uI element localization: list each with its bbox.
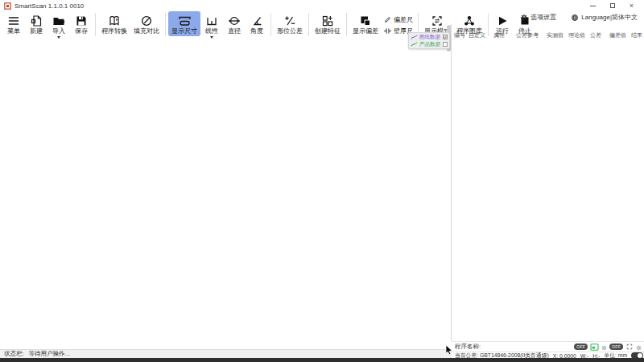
app-title: SmartScan 1.1.0.1 0010 <box>14 2 84 10</box>
tolerance-standard-value: GBT14846-2008(II类普通级) <box>480 352 549 358</box>
gear-icon[interactable] <box>636 345 642 351</box>
create-feature-icon <box>321 13 334 28</box>
program-name-label: 程序名称: <box>455 343 481 351</box>
restore-icon[interactable] <box>610 3 615 8</box>
toggle-off-badge[interactable]: OFF <box>574 343 588 350</box>
mouse-cursor <box>445 344 453 356</box>
show-dimension-icon <box>178 13 192 28</box>
diameter-button[interactable]: 直径 <box>223 11 246 36</box>
col-header: 实测值 <box>547 31 564 39</box>
titlebar: SmartScan 1.1.0.1 0010 × <box>0 0 644 11</box>
panel-divider[interactable] <box>451 24 452 341</box>
options-settings-button[interactable]: 选项设置 <box>520 13 556 22</box>
toolbar-separator <box>165 13 166 36</box>
legend-item-drawing[interactable]: 图纸数据 <box>411 34 448 40</box>
save-button[interactable]: 保存 <box>70 11 93 36</box>
program-library-icon <box>463 13 476 28</box>
minimize-icon[interactable] <box>590 6 596 6</box>
new-button[interactable]: 新建 <box>25 11 47 36</box>
angle-icon <box>250 13 263 28</box>
dropdown-arrow-icon <box>57 36 60 39</box>
col-header: 结果 <box>631 31 642 39</box>
show-deviation-button[interactable]: 显示偏差 <box>349 11 382 36</box>
display-mode-icon <box>431 13 444 28</box>
gear-icon <box>520 14 528 22</box>
quick-links: 选项设置 Language|简体中文 <box>520 13 638 22</box>
linear-button[interactable]: 线性 <box>200 11 223 39</box>
program-name-row: 程序名称: OFF OFF <box>452 341 644 352</box>
deviation-ruler-button[interactable]: 偏差尺 <box>384 15 413 24</box>
col-header: 偏差值 <box>609 31 626 39</box>
toolbar-separator <box>95 13 96 36</box>
toggle-off-badge[interactable]: OFF <box>609 343 623 350</box>
menu-button[interactable]: 菜单 <box>2 11 25 36</box>
run-icon <box>496 13 509 28</box>
line-swatch-icon <box>411 41 418 47</box>
hidden-taskbar-strip[interactable] <box>0 358 644 362</box>
col-header: 公差参考 <box>516 31 539 39</box>
checkbox-unchecked-icon[interactable] <box>443 42 448 47</box>
fill-compare-icon <box>140 13 153 28</box>
language-switcher[interactable]: Language|简体中文 <box>571 13 638 22</box>
gdt-icon <box>283 13 296 28</box>
close-icon[interactable]: × <box>630 2 634 10</box>
toolbar-separator <box>270 13 271 36</box>
import-button[interactable]: 导入 <box>47 11 70 39</box>
pencil-icon <box>384 16 391 23</box>
results-table-header: 编号 自定义 属性 公差参考 实测值 理论值 公差 偏差值 结果 <box>452 31 644 40</box>
app-logo-icon <box>4 2 11 10</box>
linear-icon <box>205 13 218 28</box>
legend-item-product[interactable]: 产品数据 <box>411 41 448 47</box>
col-header: 编号 <box>454 31 465 39</box>
show-deviation-icon <box>359 13 372 28</box>
new-file-icon <box>30 13 43 28</box>
wall-thickness-icon <box>384 27 391 35</box>
col-header: 自定义 <box>469 31 485 39</box>
col-header: 属性 <box>493 31 505 39</box>
col-header: 理论值 <box>568 31 585 39</box>
gear-icon[interactable] <box>601 345 607 351</box>
fill-compare-button[interactable]: 填充对比 <box>130 11 163 36</box>
program-convert-icon <box>108 13 121 28</box>
line-swatch-icon <box>411 34 418 40</box>
import-folder-icon <box>52 13 65 28</box>
toolbar-separator <box>346 13 347 36</box>
create-feature-button[interactable]: 创建特征 <box>312 11 344 36</box>
data-layers-legend: 图纸数据 产品数据 <box>408 32 450 49</box>
show-dimension-button[interactable]: 显示尺寸 <box>168 11 200 36</box>
toolbar-separator <box>308 13 309 36</box>
diameter-icon <box>228 13 241 28</box>
program-convert-button[interactable]: 程序转换 <box>98 11 130 36</box>
dropdown-arrow-icon <box>210 36 213 39</box>
checkbox-checked-icon[interactable] <box>443 35 448 39</box>
status-message: 等待用户操作... <box>29 350 70 358</box>
angle-button[interactable]: 角度 <box>246 11 268 36</box>
status-bar-label: 状态栏: <box>4 350 24 358</box>
green-monitor-icon[interactable] <box>590 343 599 352</box>
status-bar: 状态栏: 等待用户操作... <box>0 349 452 358</box>
crop-brackets-icon[interactable] <box>625 343 634 351</box>
save-icon <box>75 13 88 28</box>
globe-icon <box>571 14 579 22</box>
menu-icon <box>7 13 20 28</box>
gdt-button[interactable]: 形位公差 <box>274 11 306 36</box>
col-header: 公差 <box>590 31 601 39</box>
